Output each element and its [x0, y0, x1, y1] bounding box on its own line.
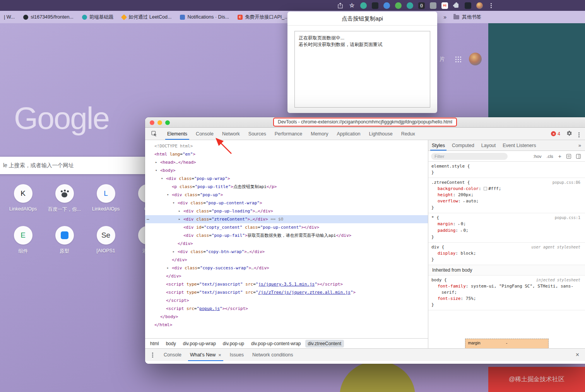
sidebar-tab-event-listeners[interactable]: Event Listeners	[499, 140, 539, 151]
bookmark-item[interactable]: Notifications · Dis...	[180, 14, 229, 20]
breadcrumb-item[interactable]: body	[163, 340, 179, 347]
close-traffic-light[interactable]	[150, 120, 154, 125]
css-rule[interactable]: popup.css:86.ztreeContent {background-co…	[428, 178, 585, 213]
extension-icon-8[interactable]: Hi	[441, 2, 448, 9]
bookmark-item[interactable]: sl1673495/fronten...	[23, 14, 74, 20]
dom-tree-line[interactable]: </html>	[145, 321, 428, 329]
devtools-tab-memory[interactable]: Memory	[306, 128, 332, 140]
extension-icon-6[interactable]: {}	[418, 2, 425, 9]
breadcrumb-item[interactable]: div.pop-up	[220, 340, 247, 347]
css-rule[interactable]: injected stylesheetbody {font-family: sy…	[428, 276, 585, 310]
expand-arrow-icon[interactable]: ▾	[173, 199, 174, 207]
styles-filter-input[interactable]: Filter	[431, 153, 508, 160]
dom-tree-line[interactable]: <script type="text/javascript" src="/js/…	[145, 288, 428, 296]
dom-tree-line[interactable]: ▾<div class="pop-up-wrap">	[145, 175, 428, 183]
expand-arrow-icon[interactable]: ▸	[178, 215, 180, 223]
shortcut-tile[interactable]: LLinkedAIOps	[87, 184, 125, 226]
css-rule[interactable]: popup.css:1* {margin: ▸0;padding: ▸0;}	[428, 213, 585, 243]
extension-icon-4[interactable]	[395, 2, 402, 9]
expand-arrow-icon[interactable]: ▸	[155, 158, 157, 166]
node-menu-icon[interactable]: …	[147, 215, 149, 222]
dom-tree-line[interactable]: <div class="pop-up-fail">获取页面数据失败，请在所需页面…	[145, 231, 428, 240]
bookmark-item[interactable]: C免费开放接口API_...	[238, 14, 289, 21]
devtools-tab-sources[interactable]: Sources	[244, 128, 270, 140]
bookmark-item[interactable]: 前端基础题	[82, 14, 114, 21]
dom-tree-line[interactable]: </body>	[145, 313, 428, 321]
color-swatch[interactable]	[484, 187, 487, 190]
expand-arrow-icon[interactable]: ▸	[167, 264, 169, 272]
stylesheet-link[interactable]: popup.css:1	[555, 215, 580, 221]
console-error-badge[interactable]: 4	[551, 131, 560, 137]
computed-styles-icon[interactable]	[566, 154, 571, 159]
inspect-icon[interactable]	[145, 128, 163, 140]
browser-menu-icon[interactable]	[488, 2, 494, 9]
devtools-tab-redux[interactable]: Redux	[397, 128, 419, 140]
css-rule[interactable]: user agent stylesheetdiv {display: block…	[428, 243, 585, 265]
settings-gear-icon[interactable]	[566, 130, 572, 137]
images-link[interactable]: 片	[440, 56, 445, 63]
bookmark-item[interactable]: 如何通过 LeetCod...	[122, 14, 171, 21]
extension-icon-3[interactable]	[383, 2, 390, 9]
expand-arrow-icon[interactable]: ▾	[167, 191, 169, 199]
expand-arrow-icon[interactable]: ▸	[173, 248, 174, 256]
drawer-tab-what-s-new[interactable]: What's New×	[186, 349, 226, 361]
devtools-tab-performance[interactable]: Performance	[270, 128, 307, 140]
expand-arrow-icon[interactable]: ▾	[161, 175, 163, 183]
breadcrumb-item[interactable]: div.pop-up-content-wrap	[248, 340, 304, 347]
dom-tree-line[interactable]: <html lang="en">	[145, 150, 428, 158]
stylesheet-link[interactable]: popup.css:86	[552, 180, 580, 186]
extension-icon-1[interactable]	[360, 2, 367, 9]
dom-tree-line[interactable]: </div>	[145, 272, 428, 280]
sidebar-tab-computed[interactable]: Computed	[448, 140, 478, 151]
devtools-menu-icon[interactable]	[578, 131, 580, 137]
dom-tree-line[interactable]: <div id="copty_content" class="pop-up-co…	[145, 223, 428, 231]
shortcut-tile[interactable]: 原型	[45, 226, 84, 268]
dom-tree-line[interactable]: </script>	[145, 296, 428, 305]
panel-layout-icon[interactable]	[576, 154, 581, 159]
shortcut-tile[interactable]: KLinkedAIOps	[4, 184, 43, 226]
dom-tree-line[interactable]: ▸<div class="copy-btn-wrap">…</div>	[145, 248, 428, 256]
dom-tree-line[interactable]: ▾<div class="pop-up-content-wrap">	[145, 199, 428, 207]
sidebar-tab-layout[interactable]: Layout	[478, 140, 499, 151]
extension-icon-9[interactable]	[465, 2, 471, 9]
sidebar-tab-styles[interactable]: Styles	[428, 140, 448, 151]
breadcrumb-item[interactable]: html	[147, 340, 162, 347]
tab-close-icon[interactable]: ×	[218, 352, 221, 358]
bookmarks-overflow-chevron[interactable]: »	[443, 14, 446, 20]
apps-grid-icon[interactable]	[455, 56, 462, 63]
dom-tree-line[interactable]: …▸<div class="ztreeContent">…</div> == $…	[145, 215, 428, 223]
dom-tree-line[interactable]: <script type="text/javascript" src="js/j…	[145, 280, 428, 288]
expand-arrow-icon[interactable]: ▸	[178, 207, 180, 215]
drawer-tab-issues[interactable]: Issues	[226, 349, 248, 361]
margin-top-value[interactable]: -	[506, 341, 508, 345]
devtools-tab-elements[interactable]: Elements	[163, 128, 192, 140]
box-model-margin[interactable]: margin -	[465, 339, 549, 348]
dom-tree-line[interactable]: ▸<div class="pop-up-loading">…</div>	[145, 207, 428, 215]
drawer-menu-icon[interactable]	[145, 354, 159, 356]
dom-tree-line[interactable]: <p class="pop-up-title">点击按钮复制api</p>	[145, 183, 428, 191]
other-bookmarks-folder[interactable]: 其他书签	[453, 14, 481, 21]
shortcut-tile[interactable]: Se[AIOPS1	[87, 226, 125, 268]
stylesheet-link[interactable]: user agent stylesheet	[532, 244, 580, 250]
breadcrumb-item[interactable]: div.ztreeContent	[305, 340, 344, 347]
new-style-rule-button[interactable]: +	[558, 153, 561, 159]
google-profile-avatar[interactable]	[469, 53, 482, 65]
devtools-tab-application[interactable]: Application	[332, 128, 364, 140]
dom-tree-line[interactable]: ▸<head>…</head>	[145, 158, 428, 166]
shortcut-tile[interactable]: 百度一下，你...	[45, 184, 84, 226]
more-tabs-icon[interactable]: »	[575, 142, 585, 148]
class-toggle[interactable]: .cls	[547, 154, 553, 159]
dom-tree-line[interactable]: ▾<div class="pop-up">	[145, 191, 428, 199]
pseudo-state-toggle[interactable]: :hov	[533, 154, 542, 159]
star-icon[interactable]: ☆	[349, 2, 355, 9]
zoom-traffic-light[interactable]	[165, 120, 170, 125]
minimize-traffic-light[interactable]	[157, 120, 162, 125]
share-icon[interactable]	[337, 2, 344, 9]
profile-avatar[interactable]	[476, 2, 483, 9]
dom-tree-line[interactable]: <!DOCTYPE html>	[145, 142, 428, 150]
extensions-puzzle-icon[interactable]	[453, 2, 460, 9]
shortcut-tile[interactable]: E组件	[4, 226, 43, 268]
css-rule[interactable]: element.style {}	[428, 162, 585, 178]
breadcrumb-item[interactable]: div.pop-up-wrap	[180, 340, 219, 347]
dom-tree-line[interactable]: </div>	[145, 256, 428, 264]
